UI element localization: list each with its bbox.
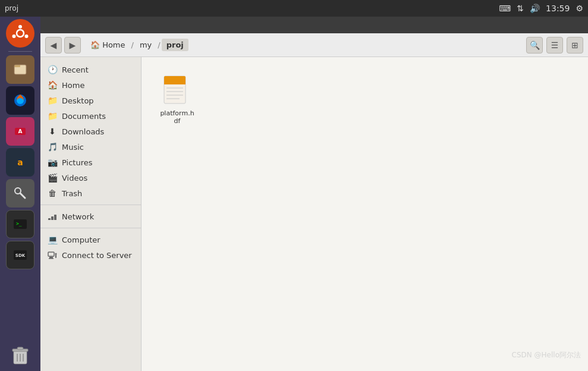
sidebar-item-connect[interactable]: Connect to Server (40, 247, 141, 263)
downloads-icon: ⬇ (48, 127, 57, 136)
search-icon: 🔍 (530, 40, 540, 50)
sidebar-divider-2 (40, 228, 141, 228)
audio-arrows-icon: ⇅ (517, 4, 524, 13)
launcher-tools[interactable] (6, 179, 34, 207)
breadcrumb-sep-2: / (158, 40, 160, 49)
sidebar-label-connect: Connect to Server (62, 251, 132, 260)
documents-icon: 📁 (48, 111, 57, 121)
sidebar-item-computer[interactable]: 💻 Computer (40, 232, 141, 247)
launcher-firefox[interactable] (6, 86, 34, 115)
watermark: CSDN @Hello阿尔法 (512, 350, 581, 360)
videos-icon: 🎬 (48, 173, 57, 183)
search-button[interactable]: 🔍 (526, 37, 543, 54)
sidebar-label-pictures: Pictures (62, 158, 92, 167)
svg-text:A: A (18, 128, 23, 134)
launcher-amazon[interactable]: a (6, 148, 34, 177)
breadcrumb-home[interactable]: 🏠 Home (86, 39, 130, 51)
list-view-button[interactable]: ☰ (546, 37, 563, 54)
launcher-software[interactable]: A (6, 117, 34, 146)
computer-icon: 💻 (48, 235, 57, 244)
svg-text:SDK: SDK (15, 253, 26, 258)
sidebar-item-music[interactable]: 🎵 Music (40, 139, 141, 155)
svg-rect-30 (49, 257, 53, 258)
sidebar-label-music: Music (62, 143, 84, 152)
sidebar-item-recent[interactable]: 🕐 Recent (40, 62, 141, 77)
sidebar-item-home[interactable]: 🏠 Home (40, 77, 141, 93)
sidebar-label-videos: Videos (62, 174, 87, 183)
breadcrumb-my-label: my (140, 40, 152, 49)
desktop-icon: 📁 (48, 96, 57, 105)
sidebar-label-home: Home (62, 81, 84, 90)
sidebar-label-trash: Trash (62, 189, 82, 198)
sidebar-item-documents[interactable]: 📁 Documents (40, 108, 141, 124)
svg-rect-32 (55, 254, 56, 258)
sidebar: 🕐 Recent 🏠 Home 📁 Desktop 📁 Documents ⬇ (40, 57, 142, 371)
launcher-files[interactable] (6, 55, 34, 84)
breadcrumb-proj-label: proj (166, 40, 184, 49)
breadcrumb-sep-1: / (131, 40, 134, 49)
sidebar-divider-1 (40, 205, 141, 205)
sidebar-label-desktop: Desktop (62, 96, 94, 105)
file-name-platform-hdf: platform.hdf (158, 109, 196, 125)
music-icon: 🎵 (48, 142, 57, 152)
window-title: proj (5, 4, 18, 12)
back-button[interactable]: ◀ (45, 37, 62, 54)
launcher-divider-1 (8, 51, 32, 52)
launcher-ubuntu[interactable] (6, 19, 34, 48)
grid-view-button[interactable]: ⊞ (567, 37, 583, 54)
forward-button[interactable]: ▶ (64, 37, 81, 54)
keyboard-icon: ⌨ (499, 4, 511, 13)
breadcrumb-proj[interactable]: proj (162, 39, 188, 51)
network-icon (48, 212, 57, 221)
launcher: A a >_ SDK (0, 17, 40, 371)
svg-rect-29 (48, 252, 54, 256)
launcher-trash[interactable] (6, 342, 34, 371)
launcher-sdk[interactable]: SDK (6, 241, 34, 269)
svg-point-4 (12, 34, 16, 38)
svg-rect-27 (51, 216, 54, 220)
svg-rect-6 (14, 65, 20, 67)
svg-line-14 (20, 193, 25, 198)
top-bar: proj ⌨ ⇅ 🔊 13:59 ⚙ (0, 0, 588, 17)
svg-rect-31 (49, 258, 54, 259)
settings-icon[interactable]: ⚙ (576, 4, 583, 13)
sidebar-label-downloads: Downloads (62, 127, 104, 136)
svg-point-3 (25, 34, 29, 38)
svg-rect-22 (17, 347, 23, 350)
sidebar-item-desktop[interactable]: 📁 Desktop (40, 93, 141, 108)
recent-icon: 🕐 (48, 65, 57, 74)
pictures-icon: 📷 (48, 158, 57, 167)
sidebar-item-videos[interactable]: 🎬 Videos (40, 170, 141, 186)
svg-point-33 (55, 253, 57, 255)
sidebar-label-recent: Recent (62, 65, 89, 74)
svg-rect-38 (164, 81, 185, 84)
sidebar-item-downloads[interactable]: ⬇ Downloads (40, 124, 141, 139)
breadcrumb-home-label: Home (102, 40, 125, 49)
breadcrumb: 🏠 Home / my / proj (86, 39, 188, 51)
back-icon: ◀ (51, 40, 57, 50)
toolbar: ◀ ▶ 🏠 Home / my / proj � (40, 33, 588, 57)
home-sidebar-icon: 🏠 (48, 80, 57, 90)
audio-icon: 🔊 (530, 4, 540, 13)
sidebar-item-network[interactable]: Network (40, 209, 141, 224)
svg-rect-28 (54, 215, 56, 220)
file-area: platform.hdf (142, 57, 588, 371)
list-view-icon: ☰ (551, 40, 559, 50)
top-bar-left: proj (5, 4, 18, 12)
sidebar-item-trash[interactable]: 🗑 Trash (40, 186, 141, 201)
file-manager-window: ◀ ▶ 🏠 Home / my / proj � (40, 33, 588, 371)
file-item-platform-hdf[interactable]: platform.hdf (153, 69, 201, 130)
svg-text:>_: >_ (16, 221, 22, 227)
sidebar-label-documents: Documents (62, 112, 106, 121)
svg-text:a: a (17, 158, 23, 167)
breadcrumb-my[interactable]: my (135, 39, 156, 51)
grid-view-icon: ⊞ (571, 40, 578, 50)
content-area: 🕐 Recent 🏠 Home 📁 Desktop 📁 Documents ⬇ (40, 57, 588, 371)
launcher-terminal[interactable]: >_ (6, 210, 34, 238)
forward-icon: ▶ (70, 40, 76, 50)
time-display: 13:59 (546, 4, 570, 13)
svg-rect-26 (48, 218, 51, 220)
sidebar-label-computer: Computer (62, 235, 100, 244)
hdf-file-icon (163, 74, 191, 107)
sidebar-item-pictures[interactable]: 📷 Pictures (40, 155, 141, 170)
